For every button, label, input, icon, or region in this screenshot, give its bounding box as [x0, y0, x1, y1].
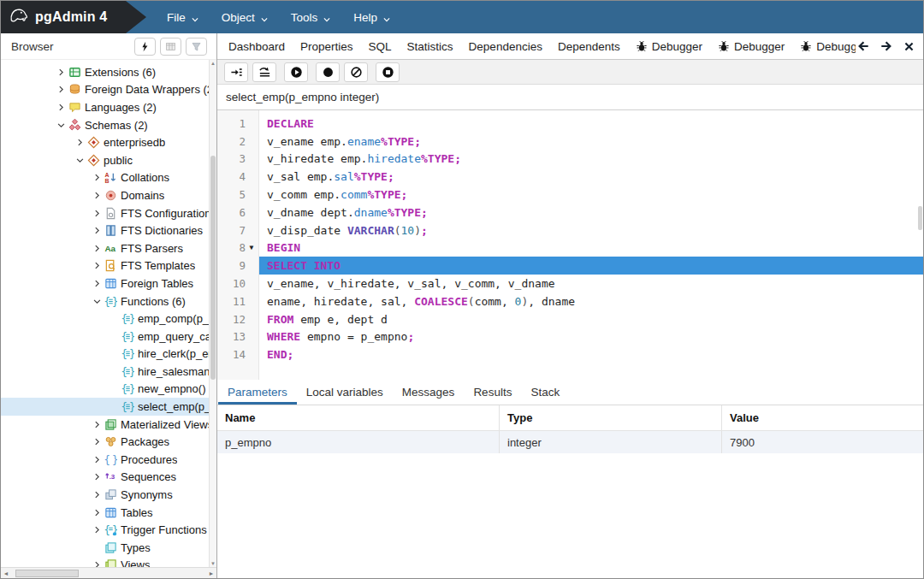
column-header-name[interactable]: Name	[217, 405, 500, 430]
bottom-tab-results[interactable]: Results	[464, 380, 521, 405]
scroll-tabs-right-button[interactable]	[880, 40, 892, 52]
step-over-button[interactable]	[252, 62, 276, 82]
tree-item-fts-parsers[interactable]: AaFTS Parsers	[1, 239, 216, 257]
tab-statistics[interactable]: Statistics	[400, 40, 461, 53]
gutter-line-4[interactable]: 4	[217, 168, 258, 186]
tree-vertical-scrollbar-thumb[interactable]	[210, 156, 216, 380]
tree-item-packages[interactable]: Packages	[1, 433, 216, 451]
tree-item-enterprisedb[interactable]: enterprisedb	[1, 133, 216, 151]
chevron-right-icon[interactable]	[90, 472, 104, 482]
tree-item-hire-clerk-p-en[interactable]: {}hire_clerk(p_en	[1, 346, 216, 363]
column-header-type[interactable]: Type	[500, 405, 722, 430]
gutter-line-13[interactable]: 13	[217, 328, 258, 346]
gutter-line-2[interactable]: 2	[217, 133, 258, 151]
scroll-up-icon[interactable]: ▲	[210, 61, 216, 66]
code-line-5[interactable]: v_comm emp.comm%TYPE;	[259, 186, 923, 204]
tree-item-foreign-data-wrappers-2[interactable]: Foreign Data Wrappers (2	[1, 81, 216, 99]
tree-item-collations[interactable]: ABCollations	[1, 169, 216, 187]
code-line-11[interactable]: ename, hiredate, sal, COALESCE(comm, 0),…	[259, 292, 923, 310]
gutter-line-10[interactable]: 10	[217, 275, 258, 292]
tree-item-materialized-views[interactable]: Materialized Views	[1, 416, 216, 434]
filter-button[interactable]	[186, 38, 207, 56]
menu-file[interactable]: File	[167, 11, 198, 24]
scroll-down-icon[interactable]: ▼	[210, 561, 216, 566]
menu-help[interactable]: Help	[353, 11, 389, 24]
tree-item-tables[interactable]: Tables	[1, 504, 216, 522]
tab-debugger-2[interactable]: Debugger	[710, 40, 792, 53]
code-line-3[interactable]: v_hiredate emp.hiredate%TYPE;	[259, 151, 923, 168]
tree-item-schemas-2[interactable]: Schemas (2)	[1, 116, 216, 134]
tree-item-fts-templates[interactable]: FTS Templates	[1, 257, 216, 275]
chevron-right-icon[interactable]	[90, 191, 104, 200]
gutter-line-8[interactable]: 8▼	[217, 239, 258, 257]
close-tab-button[interactable]	[903, 41, 915, 52]
code-line-9-active[interactable]: SELECT INTO	[259, 257, 923, 275]
chevron-right-icon[interactable]	[54, 103, 68, 112]
tree-item-fts-configurations[interactable]: FTS Configurations	[1, 204, 216, 222]
chevron-right-icon[interactable]	[90, 244, 104, 253]
chevron-right-icon[interactable]	[90, 490, 104, 499]
code-line-12[interactable]: FROM emp e, dept d	[259, 310, 923, 328]
chevron-right-icon[interactable]	[54, 85, 68, 94]
bottom-tab-messages[interactable]: Messages	[393, 380, 465, 405]
gutter-line-9[interactable]: 9	[217, 257, 258, 275]
tab-dashboard[interactable]: Dashboard	[221, 40, 293, 53]
cell-value[interactable]: 7900	[722, 431, 923, 453]
code-line-4[interactable]: v_sal emp.sal%TYPE;	[259, 168, 923, 186]
code-line-13[interactable]: WHERE empno = p_empno;	[259, 328, 923, 346]
tab-sql[interactable]: SQL	[361, 40, 400, 53]
tree-vertical-scrollbar[interactable]: ▲ ▼	[209, 60, 216, 567]
scroll-right-icon[interactable]: ►	[206, 570, 216, 576]
scroll-left-icon[interactable]: ◄	[1, 570, 11, 576]
continue-button[interactable]	[284, 62, 308, 82]
gutter-line-12[interactable]: 12	[217, 310, 258, 328]
gutter-line-1[interactable]: 1	[217, 115, 258, 133]
chevron-right-icon[interactable]	[90, 525, 104, 535]
tree-horizontal-scrollbar[interactable]: ◄ ►	[1, 567, 216, 578]
tree-horizontal-scrollbar-thumb[interactable]	[15, 570, 79, 577]
tree-item-select-emp-p-e[interactable]: {}select_emp(p_e	[1, 398, 216, 416]
chevron-down-icon[interactable]	[90, 297, 104, 306]
chevron-right-icon[interactable]	[90, 279, 104, 288]
tab-debugger-3[interactable]: Debugger	[792, 40, 856, 53]
step-into-button[interactable]	[224, 62, 248, 82]
code-editor[interactable]: 12345678▼91011121314 DECLAREv_ename emp.…	[217, 110, 923, 380]
tree-item-procedures[interactable]: {}Procedures	[1, 451, 216, 469]
quick-search-button[interactable]	[134, 38, 156, 56]
toggle-breakpoint-button[interactable]	[316, 62, 340, 82]
tree-item-emp-comp-p-s[interactable]: {}emp_comp(p_s	[1, 310, 216, 328]
gutter-line-7[interactable]: 7	[217, 222, 258, 239]
editor-scrollbar-thumb[interactable]	[918, 206, 922, 230]
tab-dependencies[interactable]: Dependencies	[461, 40, 550, 53]
chevron-right-icon[interactable]	[90, 226, 104, 235]
gutter-line-5[interactable]: 5	[217, 186, 258, 204]
bottom-tab-parameters[interactable]: Parameters	[218, 380, 297, 405]
tree-item-foreign-tables[interactable]: Foreign Tables	[1, 275, 216, 292]
tree-item-public[interactable]: public	[1, 151, 216, 169]
code-line-6[interactable]: v_dname dept.dname%TYPE;	[259, 204, 923, 222]
column-header-value[interactable]: Value	[722, 405, 923, 430]
menu-object[interactable]: Object	[222, 11, 267, 24]
gutter-line-6[interactable]: 6	[217, 204, 258, 222]
gutter-line-14[interactable]: 14	[217, 346, 258, 363]
chevron-right-icon[interactable]	[54, 68, 68, 77]
gutter-line-3[interactable]: 3	[217, 151, 258, 168]
bottom-tab-stack[interactable]: Stack	[521, 380, 569, 405]
tab-debugger-1[interactable]: Debugger	[628, 40, 710, 53]
code-line-8[interactable]: BEGIN	[259, 239, 923, 257]
code-line-2[interactable]: v_ename emp.ename%TYPE;	[259, 133, 923, 151]
code-line-7[interactable]: v_disp_date VARCHAR(10);	[259, 222, 923, 239]
dependencies-grid-button[interactable]	[160, 38, 181, 56]
tree-item-synonyms[interactable]: Synonyms	[1, 486, 216, 504]
table-row[interactable]: p_empnointeger7900	[217, 431, 923, 453]
chevron-down-icon[interactable]	[54, 121, 68, 130]
scroll-tabs-left-button[interactable]	[857, 40, 869, 52]
clear-all-breakpoints-button[interactable]	[344, 62, 368, 82]
tab-properties[interactable]: Properties	[293, 40, 361, 53]
chevron-right-icon[interactable]	[73, 138, 86, 147]
tree-item-emp-query-cal[interactable]: {}emp_query_cal	[1, 328, 216, 346]
chevron-right-icon[interactable]	[90, 508, 104, 517]
tree-item-extensions-6[interactable]: Extensions (6)	[1, 63, 216, 81]
tree-item-sequences[interactable]: .3Sequences	[1, 469, 216, 487]
bottom-tab-local-variables[interactable]: Local variables	[297, 380, 393, 405]
